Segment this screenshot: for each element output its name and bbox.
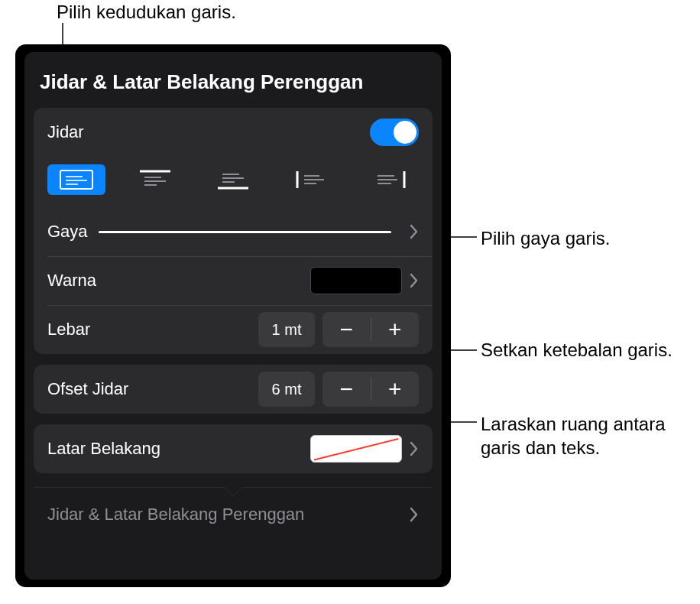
offset-value[interactable]: 6 mt xyxy=(258,372,315,407)
popover-notch-icon xyxy=(224,487,242,496)
color-swatch xyxy=(310,267,402,294)
top-border-icon xyxy=(138,170,172,190)
chevron-right-icon xyxy=(410,441,419,456)
background-group: Latar Belakang xyxy=(34,424,433,473)
border-toggle[interactable] xyxy=(370,119,419,146)
offset-row: Ofset Jidar 6 mt − + xyxy=(34,365,433,414)
position-top[interactable] xyxy=(126,164,184,195)
style-preview xyxy=(99,231,391,233)
parent-row[interactable]: Jidar & Latar Belakang Perenggan xyxy=(34,487,433,530)
style-row[interactable]: Gaya xyxy=(34,207,433,256)
none-icon xyxy=(311,436,401,463)
border-position-segmented xyxy=(34,157,433,207)
offset-label: Ofset Jidar xyxy=(47,379,128,399)
parent-row-label: Jidar & Latar Belakang Perenggan xyxy=(47,505,304,524)
settings-panel: Jidar & Latar Belakang Perenggan Jidar xyxy=(15,44,451,587)
chevron-right-icon xyxy=(410,273,419,288)
width-label: Lebar xyxy=(47,320,90,339)
svg-line-20 xyxy=(314,439,398,460)
left-border-icon xyxy=(295,170,329,190)
width-stepper: − + xyxy=(322,312,419,347)
panel-title: Jidar & Latar Belakang Perenggan xyxy=(24,66,442,108)
chevron-right-icon xyxy=(410,224,419,239)
position-outline[interactable] xyxy=(47,164,105,195)
width-value[interactable]: 1 mt xyxy=(258,312,315,347)
width-increment[interactable]: + xyxy=(371,312,420,347)
offset-stepper: − + xyxy=(322,372,419,407)
color-label: Warna xyxy=(47,271,96,291)
background-label: Latar Belakang xyxy=(47,439,160,459)
right-border-icon xyxy=(373,170,407,190)
outline-icon xyxy=(60,170,93,190)
color-row[interactable]: Warna xyxy=(34,256,433,305)
border-group: Jidar xyxy=(34,108,433,354)
bottom-border-icon xyxy=(216,170,250,190)
width-decrement[interactable]: − xyxy=(322,312,371,347)
width-row: Lebar 1 mt − + xyxy=(34,305,433,354)
background-swatch xyxy=(310,435,402,463)
position-bottom[interactable] xyxy=(204,164,262,195)
offset-group: Ofset Jidar 6 mt − + xyxy=(34,365,433,414)
position-right[interactable] xyxy=(361,164,419,195)
background-row[interactable]: Latar Belakang xyxy=(34,424,433,473)
offset-increment[interactable]: + xyxy=(371,372,420,407)
chevron-right-icon xyxy=(410,507,419,522)
position-left[interactable] xyxy=(283,164,341,195)
style-label: Gaya xyxy=(47,222,88,242)
border-toggle-row: Jidar xyxy=(34,108,433,157)
offset-decrement[interactable]: − xyxy=(322,372,371,407)
border-toggle-label: Jidar xyxy=(47,122,84,142)
